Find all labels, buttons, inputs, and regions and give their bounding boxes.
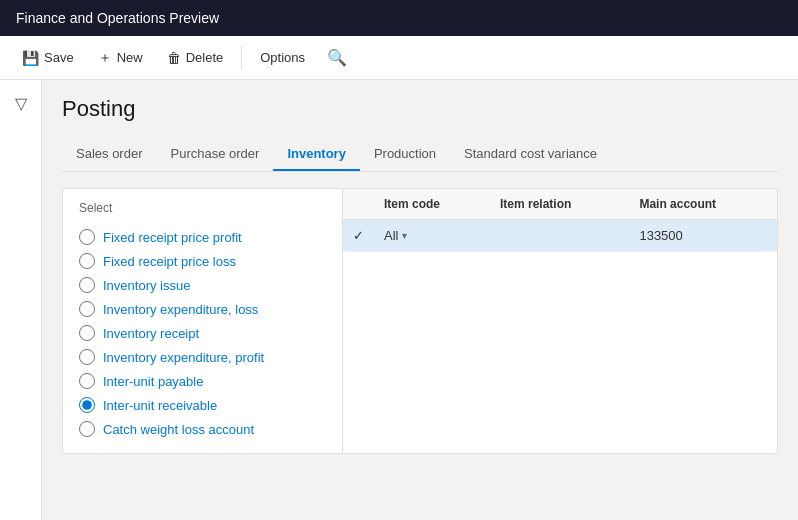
new-label: New <box>117 50 143 65</box>
tab-production[interactable]: Production <box>360 138 450 171</box>
filter-icon[interactable]: ▽ <box>9 88 33 119</box>
delete-button[interactable]: 🗑 Delete <box>157 45 234 71</box>
radio-inventory-expenditure-profit[interactable] <box>79 349 95 365</box>
col-check <box>343 189 374 220</box>
list-item[interactable]: Inventory issue <box>79 273 326 297</box>
tab-purchase-order[interactable]: Purchase order <box>156 138 273 171</box>
label-fixed-receipt-price-profit[interactable]: Fixed receipt price profit <box>103 230 242 245</box>
radio-inter-unit-receivable[interactable] <box>79 397 95 413</box>
label-inter-unit-payable[interactable]: Inter-unit payable <box>103 374 203 389</box>
search-icon: 🔍 <box>327 49 347 66</box>
table-row[interactable]: ✓ All ▾ 133500 <box>343 220 777 252</box>
search-button[interactable]: 🔍 <box>319 43 355 72</box>
content-panels: Select Fixed receipt price profit Fixed … <box>62 188 778 454</box>
radio-catch-weight-loss-account[interactable] <box>79 421 95 437</box>
top-bar: Finance and Operations Preview <box>0 0 798 36</box>
row-item-code[interactable]: All ▾ <box>374 220 490 252</box>
list-item[interactable]: Fixed receipt price loss <box>79 249 326 273</box>
page-area: Posting Sales order Purchase order Inven… <box>42 80 798 520</box>
item-code-value: All <box>384 228 398 243</box>
data-table: Item code Item relation Main account ✓ A… <box>343 189 777 252</box>
radio-inventory-issue[interactable] <box>79 277 95 293</box>
dropdown-arrow-icon[interactable]: ▾ <box>402 230 407 241</box>
table-panel: Item code Item relation Main account ✓ A… <box>343 189 777 453</box>
save-icon: 💾 <box>22 50 39 66</box>
label-inventory-receipt[interactable]: Inventory receipt <box>103 326 199 341</box>
list-item[interactable]: Fixed receipt price profit <box>79 225 326 249</box>
select-panel: Select Fixed receipt price profit Fixed … <box>63 189 343 453</box>
table-header-row: Item code Item relation Main account <box>343 189 777 220</box>
sidebar: ▽ <box>0 80 42 520</box>
main-content: ▽ Posting Sales order Purchase order Inv… <box>0 80 798 520</box>
label-catch-weight-loss-account[interactable]: Catch weight loss account <box>103 422 254 437</box>
list-item[interactable]: Inter-unit receivable <box>79 393 326 417</box>
delete-icon: 🗑 <box>167 50 181 66</box>
label-inter-unit-receivable[interactable]: Inter-unit receivable <box>103 398 217 413</box>
app-title: Finance and Operations Preview <box>16 10 219 26</box>
new-button[interactable]: ＋ New <box>88 44 153 72</box>
radio-inventory-expenditure-loss[interactable] <box>79 301 95 317</box>
label-inventory-expenditure-loss[interactable]: Inventory expenditure, loss <box>103 302 258 317</box>
toolbar-divider <box>241 46 242 70</box>
tab-sales-order[interactable]: Sales order <box>62 138 156 171</box>
tab-inventory[interactable]: Inventory <box>273 138 360 171</box>
options-button[interactable]: Options <box>250 45 315 70</box>
col-main-account: Main account <box>629 189 777 220</box>
new-icon: ＋ <box>98 49 112 67</box>
label-inventory-expenditure-profit[interactable]: Inventory expenditure, profit <box>103 350 264 365</box>
col-item-relation: Item relation <box>490 189 629 220</box>
radio-fixed-receipt-price-loss[interactable] <box>79 253 95 269</box>
radio-fixed-receipt-price-profit[interactable] <box>79 229 95 245</box>
list-item[interactable]: Inter-unit payable <box>79 369 326 393</box>
tabs-container: Sales order Purchase order Inventory Pro… <box>62 138 778 172</box>
page-title: Posting <box>62 96 778 122</box>
list-item[interactable]: Inventory expenditure, profit <box>79 345 326 369</box>
row-item-relation[interactable] <box>490 220 629 252</box>
label-fixed-receipt-price-loss[interactable]: Fixed receipt price loss <box>103 254 236 269</box>
tab-standard-cost-variance[interactable]: Standard cost variance <box>450 138 611 171</box>
radio-inter-unit-payable[interactable] <box>79 373 95 389</box>
list-item[interactable]: Catch weight loss account <box>79 417 326 441</box>
row-check: ✓ <box>343 220 374 252</box>
list-item[interactable]: Inventory expenditure, loss <box>79 297 326 321</box>
options-label: Options <box>260 50 305 65</box>
row-main-account[interactable]: 133500 <box>629 220 777 252</box>
save-label: Save <box>44 50 74 65</box>
toolbar: 💾 Save ＋ New 🗑 Delete Options 🔍 <box>0 36 798 80</box>
col-item-code: Item code <box>374 189 490 220</box>
label-inventory-issue[interactable]: Inventory issue <box>103 278 190 293</box>
select-label: Select <box>79 201 326 215</box>
delete-label: Delete <box>186 50 224 65</box>
list-item[interactable]: Inventory receipt <box>79 321 326 345</box>
radio-inventory-receipt[interactable] <box>79 325 95 341</box>
save-button[interactable]: 💾 Save <box>12 45 84 71</box>
